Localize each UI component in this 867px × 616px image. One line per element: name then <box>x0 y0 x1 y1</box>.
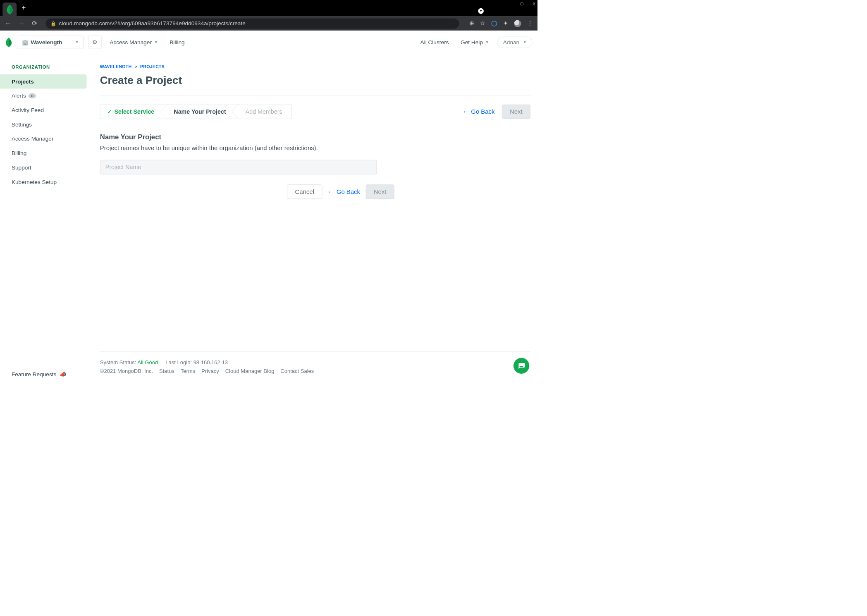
window-close-icon[interactable]: ✕ <box>533 2 535 6</box>
footer-link-privacy[interactable]: Privacy <box>201 368 219 374</box>
org-settings-button[interactable]: ⚙ <box>88 36 101 49</box>
cancel-button[interactable]: Cancel <box>287 184 322 199</box>
breadcrumb-separator: > <box>134 64 137 69</box>
footer-link-status[interactable]: Status <box>159 368 174 374</box>
nav-back-icon[interactable]: ← <box>5 19 11 27</box>
sidebar-item-billing[interactable]: Billing <box>0 146 87 160</box>
access-manager-label: Access Manager <box>110 39 152 45</box>
next-label: Next <box>374 188 387 195</box>
breadcrumb-org[interactable]: WAVELENGTH <box>100 64 132 69</box>
feature-requests-link[interactable]: Feature Requests 📣 <box>12 371 67 378</box>
chevron-down-icon: ▼ <box>75 40 79 44</box>
footer-link-terms[interactable]: Terms <box>181 368 195 374</box>
get-help-label: Get Help <box>461 39 483 45</box>
go-back-link-bottom[interactable]: ← Go Back <box>328 188 360 195</box>
mongodb-leaf-icon <box>6 5 13 15</box>
window-maximize-icon[interactable]: ▢ <box>520 2 523 6</box>
section-title: Name Your Project <box>100 133 530 141</box>
extensions-puzzle-icon[interactable]: ✦ <box>503 20 508 27</box>
sidebar-item-label: Projects <box>12 78 34 85</box>
tab-indicator-icon[interactable]: ♥ <box>478 8 484 14</box>
chevron-down-icon: ▼ <box>485 40 489 44</box>
arrow-left-icon: ← <box>328 188 334 195</box>
sidebar-item-projects[interactable]: Projects <box>0 74 87 89</box>
last-login-value: 98.160.162.13 <box>193 359 228 365</box>
org-name: Wavelength <box>31 39 62 45</box>
sidebar-item-label: Activity Feed <box>12 107 44 114</box>
go-back-link-top[interactable]: ← Go Back <box>462 108 494 115</box>
next-button-top[interactable]: Next <box>502 105 530 119</box>
next-button-bottom[interactable]: Next <box>366 184 394 199</box>
browser-toolbar: ← → ⟳ 🔒 cloud.mongodb.com/v2#/org/609aa9… <box>0 17 537 31</box>
alerts-count-badge: 0 <box>29 93 36 98</box>
step-name-project[interactable]: Name Your Project <box>164 104 235 119</box>
browser-tabstrip: + ♥ — ▢ ✕ <box>0 0 537 17</box>
gear-icon: ⚙ <box>92 39 97 45</box>
sidebar-item-label: Access Manager <box>12 136 54 142</box>
browser-menu-icon[interactable]: ⋮ <box>527 20 533 27</box>
org-selector[interactable]: 🏢 Wavelength ▼ <box>17 36 84 49</box>
app-header: 🏢 Wavelength ▼ ⚙ Access Manager ▼ Billin… <box>0 31 537 54</box>
browser-tab-active[interactable] <box>2 2 17 16</box>
chevron-down-icon: ▼ <box>523 40 527 44</box>
footer-link-contact[interactable]: Contact Sales <box>280 368 314 374</box>
footer-link-blog[interactable]: Cloud Manager Blog <box>225 368 275 374</box>
user-menu[interactable]: Adnan ▼ <box>497 36 532 48</box>
sidebar-item-label: Alerts <box>12 93 26 99</box>
nav-reload-icon[interactable]: ⟳ <box>31 19 38 27</box>
breadcrumb-section[interactable]: PROJECTS <box>140 64 165 69</box>
breadcrumb: WAVELENGTH > PROJECTS <box>100 64 530 69</box>
system-status-label: System Status: <box>100 359 137 365</box>
sidebar-item-settings[interactable]: Settings <box>0 117 87 132</box>
nav-forward-icon[interactable]: → <box>18 19 24 27</box>
next-label: Next <box>510 108 523 115</box>
sidebar-item-label: Support <box>12 164 31 171</box>
extension-1password-icon[interactable] <box>492 21 497 26</box>
org-icon: 🏢 <box>22 39 28 45</box>
sidebar: ORGANIZATION Projects Alerts 0 Activity … <box>0 54 90 382</box>
mongodb-logo-icon[interactable] <box>5 37 12 48</box>
step-label: Name Your Project <box>174 108 226 115</box>
system-status-value: All Good <box>137 359 158 365</box>
sidebar-item-alerts[interactable]: Alerts 0 <box>0 89 87 103</box>
address-url: cloud.mongodb.com/v2#/org/609aa93b617379… <box>59 20 246 27</box>
arrow-left-icon: ← <box>462 108 468 115</box>
all-clusters-link[interactable]: All Clusters <box>417 39 452 45</box>
cancel-label: Cancel <box>295 188 314 195</box>
step-select-service[interactable]: Select Service <box>100 104 163 119</box>
intercom-chat-button[interactable] <box>514 358 529 374</box>
sidebar-item-label: Billing <box>12 150 26 157</box>
address-bar[interactable]: 🔒 cloud.mongodb.com/v2#/org/609aa93b6173… <box>45 18 459 29</box>
zoom-icon[interactable]: ⊕ <box>469 20 474 27</box>
profile-avatar-icon[interactable] <box>514 20 521 27</box>
sidebar-item-support[interactable]: Support <box>0 160 87 175</box>
get-help-menu[interactable]: Get Help ▼ <box>457 39 492 45</box>
section-description: Project names have to be unique within t… <box>100 145 530 152</box>
app-footer: System Status: All Good Last Login: 98.1… <box>100 351 530 374</box>
megaphone-icon: 📣 <box>60 371 67 378</box>
lock-icon: 🔒 <box>50 21 56 26</box>
window-minimize-icon[interactable]: — <box>508 2 511 6</box>
sidebar-item-kubernetes[interactable]: Kubernetes Setup <box>0 175 87 189</box>
wizard-steps: Select Service Name Your Project Add Mem… <box>100 104 292 119</box>
chat-icon <box>517 362 525 370</box>
bookmark-star-icon[interactable]: ☆ <box>480 20 485 27</box>
all-clusters-label: All Clusters <box>420 39 449 45</box>
go-back-label: Go Back <box>471 108 494 115</box>
sidebar-item-activity-feed[interactable]: Activity Feed <box>0 103 87 117</box>
footer-copyright: ©2021 MongoDB, Inc. <box>100 368 153 374</box>
new-tab-button[interactable]: + <box>18 2 29 14</box>
access-manager-menu[interactable]: Access Manager ▼ <box>106 39 162 45</box>
last-login-label: Last Login: <box>165 359 193 365</box>
step-add-members: Add Members <box>235 104 291 119</box>
sidebar-heading: ORGANIZATION <box>0 64 90 74</box>
main-content: WAVELENGTH > PROJECTS Create a Project S… <box>90 54 537 382</box>
divider <box>100 95 530 96</box>
sidebar-item-access-manager[interactable]: Access Manager <box>0 132 87 146</box>
project-name-input[interactable] <box>100 160 377 174</box>
billing-link[interactable]: Billing <box>166 39 189 45</box>
user-name: Adnan <box>503 39 519 45</box>
step-label: Select Service <box>115 108 155 115</box>
billing-label: Billing <box>170 39 184 45</box>
sidebar-item-label: Settings <box>12 121 32 128</box>
